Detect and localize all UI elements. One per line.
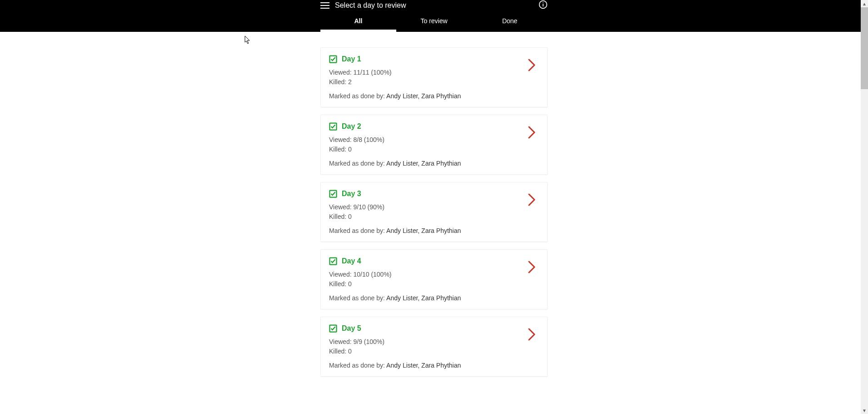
- day-title: Day 5: [342, 324, 361, 333]
- day-title: Day 1: [342, 55, 361, 63]
- viewed-value: 9/9 (100%): [353, 338, 384, 345]
- checkbox-checked-icon: [329, 55, 337, 63]
- chevron-right-icon: [528, 59, 535, 71]
- killed-value: 2: [348, 78, 352, 86]
- svg-point-2: [543, 2, 544, 3]
- marked-label: Marked as done by:: [329, 362, 386, 369]
- day-card[interactable]: Day 4 Viewed: 10/10 (100%) Killed: 0 Mar…: [320, 249, 548, 309]
- checkbox-checked-icon: [329, 190, 337, 198]
- checkbox-checked-icon: [329, 122, 337, 131]
- viewed-value: 10/10 (100%): [353, 271, 391, 278]
- killed-value: 0: [348, 213, 352, 220]
- viewed-label: Viewed:: [329, 338, 353, 345]
- marked-names: Andy Lister, Zara Phythian: [386, 294, 461, 302]
- tabs: All To review Done: [320, 11, 548, 32]
- chevron-right-icon: [528, 193, 535, 206]
- viewed-label: Viewed:: [329, 136, 353, 143]
- app-header: Select a day to review All To review Don…: [0, 0, 868, 32]
- day-list: Day 1 Viewed: 11/11 (100%) Killed: 2 Mar…: [0, 32, 868, 395]
- killed-label: Killed:: [329, 146, 348, 153]
- day-title: Day 2: [342, 122, 361, 131]
- scroll-up-icon[interactable]: ▲: [861, 0, 868, 7]
- killed-label: Killed:: [329, 78, 348, 86]
- chevron-right-icon: [528, 261, 535, 273]
- checkbox-checked-icon: [329, 257, 337, 265]
- day-card[interactable]: Day 3 Viewed: 9/10 (90%) Killed: 0 Marke…: [320, 182, 548, 242]
- day-card[interactable]: Day 1 Viewed: 11/11 (100%) Killed: 2 Mar…: [320, 47, 548, 107]
- killed-label: Killed:: [329, 348, 348, 355]
- killed-label: Killed:: [329, 280, 348, 288]
- tab-to-review[interactable]: To review: [396, 11, 472, 32]
- page-title: Select a day to review: [335, 1, 406, 10]
- tab-all[interactable]: All: [320, 11, 396, 32]
- viewed-value: 8/8 (100%): [353, 136, 384, 143]
- marked-label: Marked as done by:: [329, 92, 386, 100]
- marked-names: Andy Lister, Zara Phythian: [386, 160, 461, 167]
- day-title: Day 3: [342, 190, 361, 198]
- viewed-label: Viewed:: [329, 203, 353, 211]
- viewed-value: 11/11 (100%): [353, 69, 391, 76]
- killed-value: 0: [348, 146, 352, 153]
- killed-label: Killed:: [329, 213, 348, 220]
- viewed-value: 9/10 (90%): [353, 203, 384, 211]
- tab-done[interactable]: Done: [472, 11, 548, 32]
- day-card[interactable]: Day 5 Viewed: 9/9 (100%) Killed: 0 Marke…: [320, 317, 548, 377]
- scrollbar-thumb[interactable]: [861, 7, 868, 89]
- killed-value: 0: [348, 348, 352, 355]
- marked-label: Marked as done by:: [329, 160, 386, 167]
- day-title: Day 4: [342, 257, 361, 265]
- chevron-right-icon: [528, 328, 535, 341]
- marked-names: Andy Lister, Zara Phythian: [386, 92, 461, 100]
- info-icon[interactable]: [539, 0, 548, 11]
- viewed-label: Viewed:: [329, 271, 353, 278]
- menu-icon[interactable]: [320, 2, 329, 9]
- checkbox-checked-icon: [329, 324, 337, 333]
- marked-names: Andy Lister, Zara Phythian: [386, 227, 461, 234]
- day-card[interactable]: Day 2 Viewed: 8/8 (100%) Killed: 0 Marke…: [320, 115, 548, 175]
- marked-label: Marked as done by:: [329, 294, 386, 302]
- chevron-right-icon: [528, 126, 535, 139]
- marked-names: Andy Lister, Zara Phythian: [386, 362, 461, 369]
- scrollbar[interactable]: ▲ ▼: [861, 0, 868, 395]
- viewed-label: Viewed:: [329, 69, 353, 76]
- killed-value: 0: [348, 280, 352, 288]
- marked-label: Marked as done by:: [329, 227, 386, 234]
